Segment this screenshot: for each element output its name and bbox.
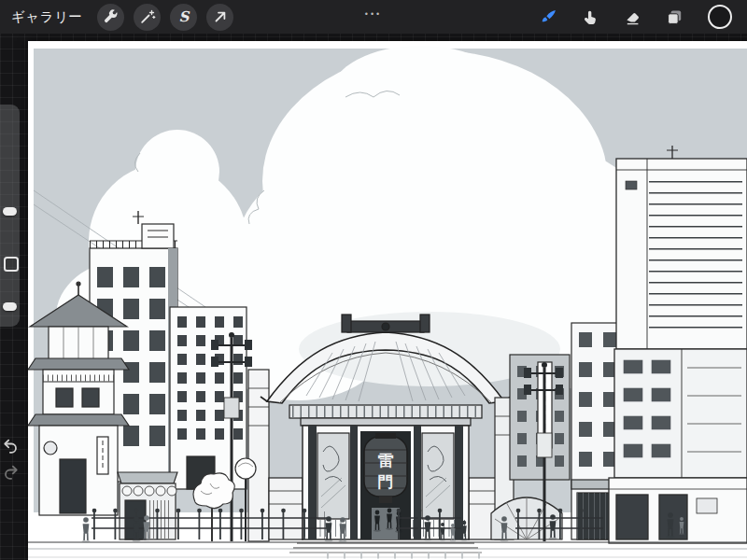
canvas-options-button[interactable]: ••• (365, 9, 382, 19)
lantern-character-top: 雷 (378, 451, 394, 469)
modify-button[interactable] (4, 257, 19, 272)
brush-size-slider[interactable] (3, 207, 17, 216)
paint-tool-button[interactable] (540, 8, 557, 26)
undo-arrow-icon (2, 437, 20, 455)
color-circle-icon (708, 5, 732, 29)
wrench-icon (103, 8, 120, 25)
opacity-slider[interactable] (3, 302, 17, 311)
left-tool-group: S (97, 4, 233, 31)
lantern-character-bottom: 門 (378, 472, 394, 491)
color-swatch-button[interactable] (708, 5, 732, 29)
selection-button[interactable]: S (170, 4, 197, 31)
redo-button[interactable] (2, 463, 20, 484)
actions-button[interactable] (97, 4, 124, 31)
paintbrush-icon (540, 8, 557, 26)
gallery-button[interactable]: ギャラリー (11, 8, 82, 26)
magic-wand-icon (139, 8, 156, 25)
sidebar-rail (0, 105, 20, 327)
layers-icon (666, 8, 684, 26)
layers-button[interactable] (666, 8, 684, 26)
transform-arrow-icon (212, 8, 229, 25)
adjustments-button[interactable] (134, 4, 161, 31)
redo-arrow-icon (2, 463, 20, 481)
transform-button[interactable] (206, 4, 233, 31)
erase-tool-button[interactable] (624, 8, 641, 26)
smudge-tool-button[interactable] (582, 8, 599, 26)
right-buildings (609, 146, 747, 543)
artwork-svg: 雷 門 (28, 41, 747, 560)
undo-button[interactable] (2, 437, 20, 458)
top-bar: ギャラリー S ••• (0, 0, 747, 34)
right-tool-group (540, 5, 736, 29)
canvas[interactable]: 雷 門 (28, 41, 747, 560)
eraser-icon (624, 8, 641, 26)
smudge-finger-icon (582, 8, 599, 26)
selection-s-icon: S (178, 10, 189, 24)
